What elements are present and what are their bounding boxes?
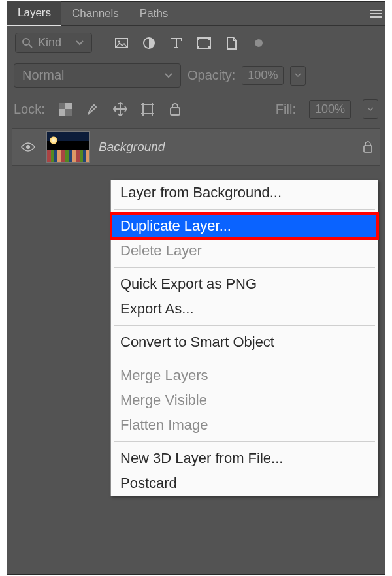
layer-row-background[interactable]: Background [12, 128, 380, 166]
layer-filter-row: Kind [7, 26, 385, 58]
svg-rect-8 [208, 46, 211, 49]
fill-stepper[interactable] [363, 99, 378, 119]
fill-label: Fill: [276, 102, 296, 117]
opacity-input[interactable]: 100% [242, 66, 284, 85]
filter-smart-icon[interactable] [224, 36, 238, 50]
layers-panel: Layers Channels Paths Kind [7, 1, 385, 575]
svg-point-0 [23, 39, 29, 45]
tab-layers[interactable]: Layers [7, 1, 61, 26]
svg-rect-6 [208, 37, 211, 40]
filter-kind-select[interactable]: Kind [15, 33, 92, 53]
svg-rect-15 [364, 146, 372, 152]
filter-pixel-icon[interactable] [114, 36, 129, 50]
lock-pixels-icon[interactable] [86, 102, 100, 116]
menu-flatten-image: Flatten Image [111, 413, 378, 438]
menu-separator [114, 325, 375, 326]
lock-artboard-icon[interactable] [140, 102, 155, 116]
blend-mode-select[interactable]: Normal [14, 63, 181, 88]
menu-duplicate-layer[interactable]: Duplicate Layer... [111, 214, 378, 238]
svg-rect-10 [59, 103, 65, 109]
lock-transparency-icon[interactable] [58, 102, 73, 116]
menu-separator [114, 359, 375, 359]
menu-export-as[interactable]: Export As... [111, 296, 378, 321]
lock-all-icon[interactable] [168, 102, 182, 116]
menu-new-3d-layer[interactable]: New 3D Layer from File... [111, 446, 378, 471]
filter-type-icons [114, 36, 266, 50]
filter-adjust-icon[interactable] [142, 36, 156, 50]
svg-rect-13 [171, 108, 180, 115]
menu-separator [114, 267, 375, 268]
tab-paths[interactable]: Paths [129, 2, 178, 25]
svg-point-14 [26, 145, 30, 149]
svg-rect-12 [143, 104, 152, 114]
chevron-down-icon [165, 73, 172, 78]
menu-delete-layer: Delete Layer [111, 238, 378, 263]
menu-merge-visible: Merge Visible [111, 388, 378, 413]
svg-rect-11 [65, 109, 72, 116]
filter-toggle-dot[interactable] [252, 36, 266, 50]
filter-shape-icon[interactable] [197, 36, 211, 50]
panel-menu-icon[interactable] [367, 5, 385, 23]
filter-type-icon[interactable] [169, 36, 184, 50]
svg-rect-5 [197, 37, 199, 40]
layer-name-text[interactable]: Background [99, 140, 363, 154]
layer-lock-icon[interactable] [363, 141, 373, 153]
blend-opacity-row: Normal Opacity: 100% [7, 58, 385, 93]
opacity-label: Opacity: [188, 68, 235, 83]
menu-merge-layers: Merge Layers [111, 363, 378, 388]
menu-postcard[interactable]: Postcard [111, 471, 378, 496]
lock-fill-row: Lock: Fill: 100% [7, 93, 385, 125]
chevron-down-icon [76, 40, 84, 46]
menu-quick-export-png[interactable]: Quick Export as PNG [111, 272, 378, 296]
visibility-eye-icon[interactable] [19, 142, 37, 152]
svg-rect-7 [197, 46, 199, 49]
blend-mode-value: Normal [22, 68, 64, 83]
panel-tabbar: Layers Channels Paths [7, 2, 385, 26]
menu-layer-from-background[interactable]: Layer from Background... [111, 180, 378, 205]
opacity-stepper[interactable] [290, 66, 306, 86]
menu-separator [114, 209, 375, 210]
tab-channels[interactable]: Channels [61, 2, 129, 25]
lock-position-icon[interactable] [113, 102, 127, 116]
fill-input[interactable]: 100% [309, 100, 351, 119]
menu-convert-smart-object[interactable]: Convert to Smart Object [111, 330, 378, 355]
lock-label: Lock: [14, 102, 45, 117]
search-icon [22, 38, 33, 48]
layer-thumbnail[interactable] [46, 131, 90, 163]
layer-context-menu: Layer from Background... Duplicate Layer… [110, 180, 378, 496]
filter-kind-label: Kind [38, 36, 61, 50]
menu-separator [114, 441, 375, 442]
